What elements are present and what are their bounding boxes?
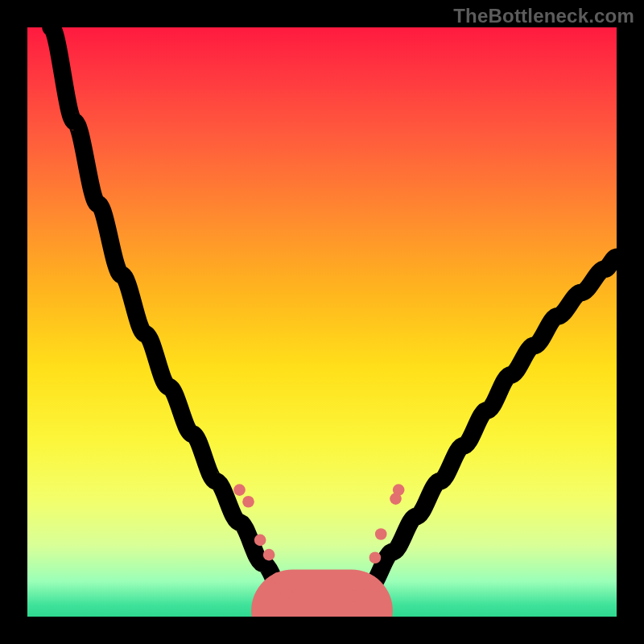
marker-dot (393, 484, 405, 496)
right-curve (345, 257, 617, 610)
marker-dot (357, 578, 369, 590)
marker-dot (375, 528, 387, 540)
watermark-text: TheBottleneck.com (453, 5, 634, 27)
chart-frame: TheBottleneck.com (0, 0, 644, 644)
marker-dot (349, 590, 361, 602)
marker-dot (369, 551, 382, 564)
marker-dot (233, 484, 246, 496)
chart-svg (27, 27, 617, 617)
marker-dot (281, 587, 293, 599)
left-curve (51, 27, 298, 611)
marker-dot (263, 549, 275, 561)
marker-dot (254, 535, 266, 547)
marker-dot (272, 572, 284, 584)
plot-area (27, 27, 617, 617)
marker-dot (242, 496, 254, 508)
